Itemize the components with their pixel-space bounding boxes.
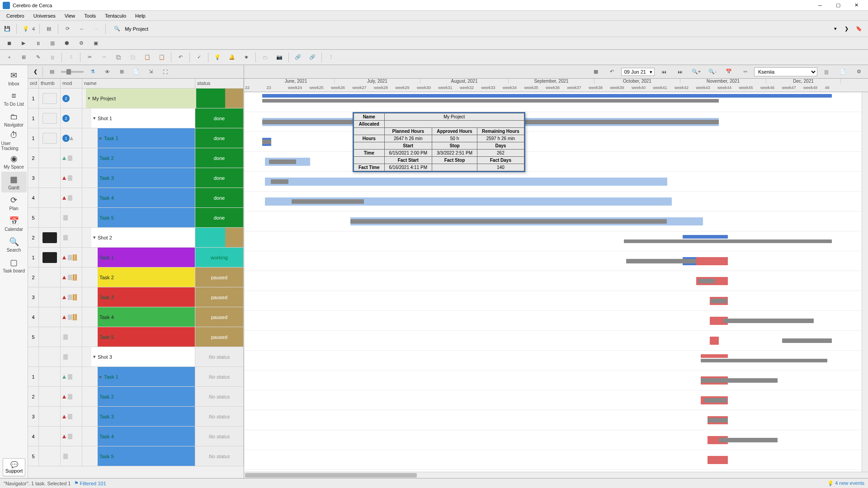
expand-icon[interactable]: ▾: [93, 235, 98, 240]
gantt-bar[interactable]: [696, 257, 728, 265]
nav-inbox[interactable]: ✉Inbox: [1, 68, 27, 89]
header-mod[interactable]: mod: [61, 79, 82, 88]
nav-calendar[interactable]: 📅Calendar: [1, 213, 27, 234]
task-row[interactable]: 1 2 ▾ Shot 1 done: [28, 108, 244, 128]
nav-navigator[interactable]: 🗀Navigator: [1, 109, 27, 130]
cut-icon[interactable]: ✂: [83, 51, 96, 64]
camera-icon[interactable]: 📷: [273, 51, 286, 64]
undo-icon[interactable]: ↶: [174, 51, 187, 64]
gantt-user-select[interactable]: Kseniia: [754, 67, 817, 76]
expand-icon[interactable]: ▸: [99, 374, 104, 380]
copy-disabled-icon[interactable]: ⿻: [127, 51, 139, 64]
gantt-bar[interactable]: [782, 338, 832, 343]
menu-cerebro[interactable]: Cerebro: [2, 12, 29, 19]
task-row[interactable]: 3 Task 3 No status: [28, 407, 244, 427]
gantt-bar[interactable]: [719, 438, 778, 442]
gantt-table-icon[interactable]: ▦: [590, 66, 602, 78]
nav-gantt[interactable]: ▦Gantt: [1, 172, 27, 192]
gantt-next-icon[interactable]: ⏭: [674, 66, 686, 78]
copy-icon[interactable]: ⿻: [112, 51, 125, 64]
link-icon[interactable]: 🔗: [292, 51, 304, 64]
cube-icon[interactable]: ⬢: [61, 37, 73, 50]
gantt-bar[interactable]: [701, 354, 728, 358]
layout-icon[interactable]: ▤: [42, 23, 55, 35]
expand-icon[interactable]: ▾: [88, 95, 92, 101]
star-icon[interactable]: ★: [240, 51, 253, 64]
task-row[interactable]: 5 Task 5 paused: [28, 327, 244, 347]
task-row[interactable]: 3 Task 3 done: [28, 168, 244, 188]
gantt-undo-icon[interactable]: ↶: [606, 66, 618, 78]
import-icon[interactable]: ⇩: [65, 51, 77, 64]
next-arrow-icon[interactable]: ❯: [841, 23, 852, 34]
task-row[interactable]: 1 ▸ Task 1 No status: [28, 367, 244, 387]
task-row[interactable]: 1 1 ▸ Task 1 done: [28, 128, 244, 148]
check-icon[interactable]: ✓: [193, 51, 205, 64]
bulb-icon[interactable]: 💡: [19, 23, 32, 35]
maximize-button[interactable]: ▢: [829, 0, 847, 11]
search-input[interactable]: [123, 24, 304, 33]
more-icon[interactable]: ⋮: [325, 51, 337, 64]
task-row[interactable]: ▾ Shot 3 No status: [28, 347, 244, 367]
task-row[interactable]: 4 Task 4 No status: [28, 427, 244, 446]
gantt-date-picker[interactable]: 09 Jun 21▾: [621, 68, 655, 76]
play-icon[interactable]: ▶: [17, 37, 30, 50]
task-row[interactable]: 2 Task 2 No status: [28, 387, 244, 407]
expand-icon[interactable]: ▾: [93, 354, 98, 360]
gantt-bar[interactable]: [701, 359, 827, 362]
task-row[interactable]: 4 Task 4 paused: [28, 307, 244, 327]
save-icon[interactable]: 💾: [1, 23, 14, 35]
close-button[interactable]: ✕: [847, 0, 865, 11]
expand-icon[interactable]: ▾: [93, 115, 98, 121]
status-events[interactable]: 💡 4 new events: [827, 480, 864, 486]
support-button[interactable]: 💬 Support: [3, 458, 25, 476]
gantt-bar[interactable]: [683, 235, 728, 239]
gantt-bar[interactable]: [723, 319, 814, 323]
gantt-bar[interactable]: [269, 160, 296, 164]
gantt-prev-icon[interactable]: ⏮: [657, 66, 670, 78]
nav-plan[interactable]: ⟳Plan: [1, 192, 27, 213]
gantt-body[interactable]: [244, 92, 868, 472]
nav-to-do-list[interactable]: ≡To Do List: [1, 89, 27, 109]
gear-small-icon[interactable]: ⚙: [75, 37, 88, 50]
filter-icon[interactable]: ⚗: [86, 66, 99, 78]
gantt-barcode-icon[interactable]: |||: [820, 66, 833, 78]
gantt-calendar-icon[interactable]: 📅: [722, 66, 735, 78]
task-row[interactable]: 1 2 ▾ My Project: [28, 89, 244, 108]
nav-my-space[interactable]: ◉My Space: [1, 151, 27, 172]
list-back-button[interactable]: ❮: [30, 66, 41, 77]
bulb-action-icon[interactable]: 💡: [211, 51, 224, 64]
task-row[interactable]: 4 Task 4 done: [28, 188, 244, 208]
nav-user-tracking[interactable]: ⏱User Tracking: [1, 130, 27, 151]
task-row[interactable]: 1 Task 1 working: [28, 248, 244, 267]
gantt-bar[interactable]: [262, 94, 832, 98]
forward-arrow-icon[interactable]: →: [90, 23, 103, 35]
gantt-h-scrollbar[interactable]: [244, 472, 868, 478]
dropdown-arrow-icon[interactable]: ▾: [830, 23, 841, 34]
gantt-bar[interactable]: [708, 418, 728, 422]
gantt-bar[interactable]: [271, 179, 288, 184]
gantt-bar[interactable]: [265, 178, 667, 186]
add-multiple-icon[interactable]: ⊞: [17, 51, 30, 64]
terminal-icon[interactable]: ▣: [90, 37, 102, 50]
paste-special-icon[interactable]: 📋: [156, 51, 168, 64]
minimize-button[interactable]: ─: [811, 0, 829, 11]
bell-icon[interactable]: 🔔: [226, 51, 238, 64]
eye-icon[interactable]: 👁: [101, 66, 113, 78]
gantt-bar[interactable]: [711, 299, 727, 303]
menu-view[interactable]: View: [60, 12, 80, 19]
task-row[interactable]: 2 ▾ Shot 2: [28, 228, 244, 248]
header-name[interactable]: name: [82, 79, 195, 88]
add-icon[interactable]: ＋: [3, 51, 15, 64]
menu-tools[interactable]: Tools: [80, 12, 100, 19]
task-row[interactable]: 2 Task 2 done: [28, 148, 244, 168]
nav-task-board[interactable]: ▢Task board: [1, 255, 27, 276]
edit-icon[interactable]: ✎: [32, 51, 44, 64]
expand-icon[interactable]: ▸: [99, 135, 104, 141]
gantt-bar[interactable]: [292, 199, 364, 204]
cut-disabled-icon[interactable]: ✂: [98, 51, 110, 64]
pause-icon[interactable]: ⏸: [32, 37, 44, 50]
bookmark-icon[interactable]: 🔖: [853, 23, 865, 35]
task-row[interactable]: 3 Task 3 paused: [28, 287, 244, 307]
gantt-settings-icon[interactable]: ⚙: [853, 66, 865, 78]
header-status[interactable]: status: [195, 79, 244, 88]
